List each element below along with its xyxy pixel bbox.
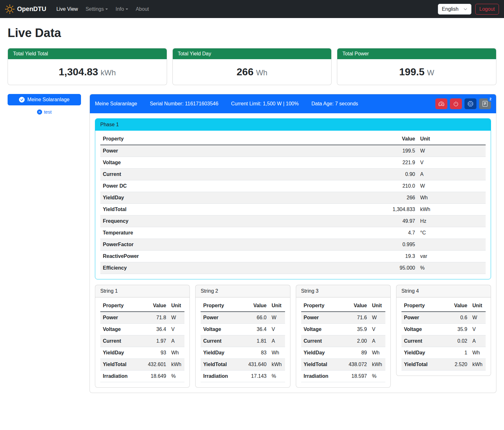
property-cell: YieldDay — [201, 347, 246, 359]
unit-cell: A — [470, 335, 486, 347]
column-header-unit: Unit — [418, 133, 486, 145]
property-cell: Voltage — [201, 324, 246, 335]
column-header-unit: Unit — [470, 300, 486, 312]
string-table: Property Value Unit Power0.6WVoltage35.9… — [401, 300, 486, 371]
string-card: String 4 Property Value Unit Power0.6WVo… — [396, 285, 491, 376]
table-row: Voltage36.4V — [201, 324, 285, 335]
string-card: String 3 Property Value Unit Power71.6WV… — [296, 285, 391, 388]
unit-cell: V — [370, 324, 385, 335]
check-circle-icon — [19, 97, 25, 103]
column-header-value: Value — [145, 300, 169, 312]
unit-cell: °C — [418, 227, 486, 239]
value-cell: 95.000 — [376, 262, 418, 274]
content-row: Meine Solaranlage test Meine Solaranlage… — [8, 94, 496, 393]
property-cell: Power — [100, 312, 145, 324]
value-cell: 71.8 — [145, 312, 169, 324]
value-cell: 431.640 — [246, 359, 269, 371]
unit-cell: var — [418, 251, 486, 262]
sidebar-item-label: test — [44, 109, 52, 115]
unit-cell: Wh — [169, 347, 184, 359]
column-header-value: Value — [376, 133, 418, 145]
column-header-unit: Unit — [269, 300, 285, 312]
unit-cell: % — [418, 262, 486, 274]
phase-card: Phase 1 Property Value Unit Power199.5WV… — [95, 118, 491, 279]
unit-cell: Wh — [470, 347, 486, 359]
property-cell: Power — [401, 312, 447, 324]
event-count-badge: 2 — [488, 96, 493, 102]
total-power-card: Total Power 199.5W — [337, 48, 496, 85]
data-age: Data Age: 7 seconds — [311, 101, 358, 107]
value-cell: 438.072 — [346, 359, 370, 371]
table-row: ReactivePower19.3var — [100, 251, 486, 262]
property-cell: Current — [201, 335, 246, 347]
inverter-actions: 2 — [435, 98, 491, 109]
table-header-row: Property Value Unit — [201, 300, 285, 312]
value-cell: 1.81 — [246, 335, 269, 347]
brand-link[interactable]: OpenDTU — [5, 4, 46, 14]
summary-card-title: Total Power — [337, 48, 496, 59]
language-select[interactable]: English — [438, 4, 471, 15]
nav-item-about[interactable]: About — [132, 4, 153, 15]
property-cell: Power — [301, 312, 346, 324]
property-cell: Voltage — [100, 157, 376, 169]
power-button[interactable] — [450, 98, 462, 109]
table-row: Current0.02A — [401, 335, 486, 347]
nav-item-live-view[interactable]: Live View — [53, 4, 82, 15]
unit-cell: kWh — [169, 359, 184, 371]
nav-item-settings[interactable]: Settings — [82, 4, 112, 15]
speedometer-icon — [439, 101, 444, 107]
unit-cell: V — [269, 324, 285, 335]
table-row: Voltage35.9V — [401, 324, 486, 335]
property-cell: Current — [401, 335, 447, 347]
column-header-property: Property — [201, 300, 246, 312]
unit-cell: Hz — [418, 215, 486, 227]
table-row: Power66.0W — [201, 312, 285, 324]
property-cell: YieldDay — [401, 347, 447, 359]
unit-cell: V — [470, 324, 486, 335]
unit-cell: W — [169, 312, 184, 324]
summary-unit: W — [427, 68, 434, 77]
column-header-value: Value — [346, 300, 370, 312]
sidebar-item-test[interactable]: test — [8, 109, 81, 115]
string-table: Property Value Unit Power71.6WVoltage35.… — [301, 300, 385, 382]
page-title: Live Data — [8, 26, 496, 40]
sidebar-item-inverter[interactable]: Meine Solaranlage — [8, 94, 81, 105]
property-cell: Power DC — [100, 180, 376, 192]
serial-number: Serial Number: 116171603546 — [150, 101, 218, 107]
table-row: Power71.6W — [301, 312, 385, 324]
event-log-button[interactable]: 2 — [479, 98, 491, 109]
unit-cell: Wh — [370, 347, 385, 359]
nav-item-info[interactable]: Info — [112, 4, 132, 15]
table-row: Frequency49.97Hz — [100, 215, 486, 227]
value-cell: 266 — [376, 192, 418, 204]
table-header-row: Property Value Unit — [301, 300, 385, 312]
unit-cell: Wh — [418, 192, 486, 204]
cpu-icon — [468, 101, 473, 107]
logout-button[interactable]: Logout — [475, 4, 499, 15]
table-row: Power0.6W — [401, 312, 486, 324]
column-header-property: Property — [100, 300, 145, 312]
unit-cell: V — [169, 324, 184, 335]
property-cell: PowerFactor — [100, 239, 376, 251]
value-cell: 18.649 — [145, 371, 169, 382]
unit-cell: kWh — [269, 359, 285, 371]
device-settings-button[interactable] — [464, 98, 476, 109]
table-row: Power71.8W — [100, 312, 184, 324]
total-yield-day-card: Total Yield Day 266Wh — [172, 48, 332, 85]
top-navbar: OpenDTU Live View Settings Info About En… — [0, 0, 504, 18]
value-cell: 66.0 — [246, 312, 269, 324]
summary-card-title: Total Yield Day — [173, 48, 332, 59]
value-cell: 49.97 — [376, 215, 418, 227]
value-cell: 4.7 — [376, 227, 418, 239]
property-cell: Voltage — [100, 324, 145, 335]
unit-cell: W — [269, 312, 285, 324]
limit-settings-button[interactable] — [435, 98, 447, 109]
table-row: Voltage36.4V — [100, 324, 184, 335]
property-cell: Voltage — [301, 324, 346, 335]
column-header-property: Property — [301, 300, 346, 312]
table-header-row: Property Value Unit — [401, 300, 486, 312]
property-cell: Current — [100, 335, 145, 347]
string-card-body: Property Value Unit Power66.0WVoltage36.… — [196, 297, 290, 387]
value-cell: 210.0 — [376, 180, 418, 192]
phase-card-body: Property Value Unit Power199.5WVoltage22… — [95, 131, 491, 279]
